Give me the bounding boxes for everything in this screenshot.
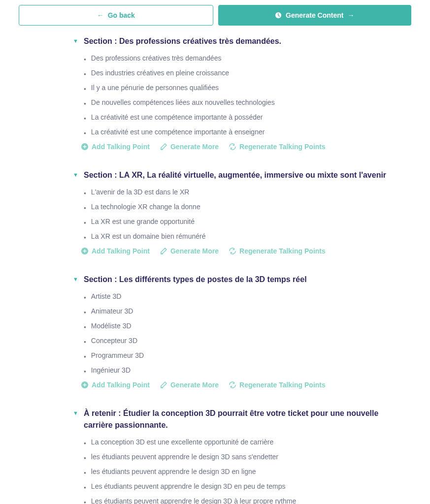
bullet-icon: ● [84,485,86,490]
section-actions: Add Talking PointGenerate MoreRegenerate… [73,143,387,151]
chevron-down-icon: ▼ [73,172,79,178]
talking-point-item[interactable]: ●La XR est un domaine bien rémunéré [84,232,387,240]
regenerate-talking-points-button[interactable]: Regenerate Talking Points [229,247,326,255]
bullet-icon: ● [84,191,86,195]
regenerate-talking-points-button[interactable]: Regenerate Talking Points [229,381,326,389]
plus-circle-icon [81,381,89,389]
chevron-down-icon: ▼ [73,38,79,44]
regenerate-talking-points-button-label: Regenerate Talking Points [239,381,326,389]
section: ▼Section : Les différents types de poste… [73,274,387,389]
regenerate-talking-points-button[interactable]: Regenerate Talking Points [229,143,326,151]
generate-content-label: Generate Content [286,11,343,19]
talking-point-text: La créativité est une compétence importa… [91,113,263,121]
talking-point-text: Les étudiants peuvent apprendre le desig… [91,497,296,504]
talking-point-item[interactable]: ●les étudiants peuvent apprendre le desi… [84,453,387,461]
section-title: Section : Des professions créatives très… [84,35,281,47]
generate-more-button-label: Generate More [170,247,219,255]
talking-point-item[interactable]: ●Les étudiants peuvent apprendre le desi… [84,482,387,490]
generate-more-button[interactable]: Generate More [160,381,219,389]
bullet-icon: ● [84,340,86,344]
talking-point-item[interactable]: ●La créativité est une compétence import… [84,128,387,136]
talking-point-text: Artiste 3D [91,292,121,300]
add-talking-point-button[interactable]: Add Talking Point [81,381,150,389]
refresh-icon [229,143,236,151]
bullet-icon: ● [84,310,86,315]
talking-point-item[interactable]: ●Concepteur 3D [84,337,387,345]
generate-more-button[interactable]: Generate More [160,247,219,255]
arrow-right-icon: → [347,11,354,19]
section-header[interactable]: ▼Section : Les différents types de poste… [73,274,387,285]
generate-more-button[interactable]: Generate More [160,143,219,151]
talking-point-text: Les étudiants peuvent apprendre le desig… [91,482,286,490]
talking-point-item[interactable]: ●La XR est une grande opportunité [84,218,387,225]
talking-point-item[interactable]: ●Animateur 3D [84,307,387,315]
talking-point-item[interactable]: ●La technologie XR change la donne [84,203,387,211]
bullet-icon: ● [84,354,86,359]
talking-point-item[interactable]: ●L'avenir de la 3D est dans le XR [84,188,387,196]
talking-point-item[interactable]: ●Il y a une pénurie de personnes qualifi… [84,84,387,92]
talking-point-text: L'avenir de la 3D est dans le XR [91,188,190,196]
section-header[interactable]: ▼À retenir : Étudier la conception 3D po… [73,408,387,431]
talking-points-list: ●Artiste 3D●Animateur 3D●Modéliste 3D●Co… [73,292,387,374]
section-actions: Add Talking PointGenerate MoreRegenerate… [73,247,387,255]
bullet-icon: ● [84,369,86,374]
plus-circle-icon [81,247,89,255]
talking-points-list: ●La conception 3D est une excellente opp… [73,438,387,504]
add-talking-point-button[interactable]: Add Talking Point [81,143,150,151]
talking-point-text: les étudiants peuvent apprendre le desig… [91,453,278,461]
chevron-down-icon: ▼ [73,410,79,416]
generate-more-button-label: Generate More [170,143,219,151]
talking-points-list: ●Des professions créatives très demandée… [73,54,387,136]
bullet-icon: ● [84,471,86,475]
clock-icon [275,12,282,19]
bullet-icon: ● [84,235,86,240]
talking-point-item[interactable]: ●Les étudiants peuvent apprendre le desi… [84,497,387,504]
generate-content-button[interactable]: Generate Content → [218,5,412,26]
bullet-icon: ● [84,441,86,445]
edit-icon [160,381,167,389]
talking-point-text: Des industries créatives en pleine crois… [91,69,229,77]
refresh-icon [229,381,236,389]
chevron-down-icon: ▼ [73,276,79,282]
add-talking-point-button[interactable]: Add Talking Point [81,247,150,255]
edit-icon [160,143,167,151]
regenerate-talking-points-button-label: Regenerate Talking Points [239,247,326,255]
talking-point-text: Concepteur 3D [91,337,137,345]
add-talking-point-button-label: Add Talking Point [92,247,150,255]
go-back-button[interactable]: ← Go back [19,5,213,26]
talking-point-item[interactable]: ●Des industries créatives en pleine croi… [84,69,387,77]
section-header[interactable]: ▼Section : Des professions créatives trè… [73,35,387,47]
bullet-icon: ● [84,220,86,225]
bullet-icon: ● [84,325,86,329]
talking-point-item[interactable]: ●La créativité est une compétence import… [84,113,387,121]
bullet-icon: ● [84,57,86,62]
plus-circle-icon [81,143,89,151]
talking-point-text: les étudiants peuvent apprendre le desig… [91,468,256,475]
refresh-icon [229,247,236,255]
talking-point-item[interactable]: ●Programmeur 3D [84,351,387,359]
bullet-icon: ● [84,295,86,300]
section-header[interactable]: ▼Section : LA XR, La réalité virtuelle, … [73,169,387,181]
section: ▼Section : Des professions créatives trè… [73,35,387,151]
bullet-icon: ● [84,116,86,121]
section: ▼À retenir : Étudier la conception 3D po… [73,408,387,504]
edit-icon [160,247,167,255]
talking-point-item[interactable]: ●Modéliste 3D [84,322,387,330]
talking-point-text: Modéliste 3D [91,322,132,330]
section-title: Section : Les différents types de postes… [84,274,307,285]
bullet-icon: ● [84,72,86,76]
talking-point-item[interactable]: ●De nouvelles compétences liées aux nouv… [84,98,387,106]
section-title: Section : LA XR, La réalité virtuelle, a… [84,169,386,181]
bullet-icon: ● [84,131,86,135]
bullet-icon: ● [84,87,86,91]
talking-point-text: Ingénieur 3D [91,366,131,374]
talking-point-item[interactable]: ●Des professions créatives très demandée… [84,54,387,62]
talking-point-item[interactable]: ●La conception 3D est une excellente opp… [84,438,387,446]
bullet-icon: ● [84,500,86,504]
talking-point-item[interactable]: ●Ingénieur 3D [84,366,387,374]
talking-point-text: La XR est une grande opportunité [91,218,195,225]
talking-point-item[interactable]: ●Artiste 3D [84,292,387,300]
regenerate-talking-points-button-label: Regenerate Talking Points [239,143,326,151]
talking-point-item[interactable]: ●les étudiants peuvent apprendre le desi… [84,468,387,475]
talking-point-text: La XR est un domaine bien rémunéré [91,232,206,240]
